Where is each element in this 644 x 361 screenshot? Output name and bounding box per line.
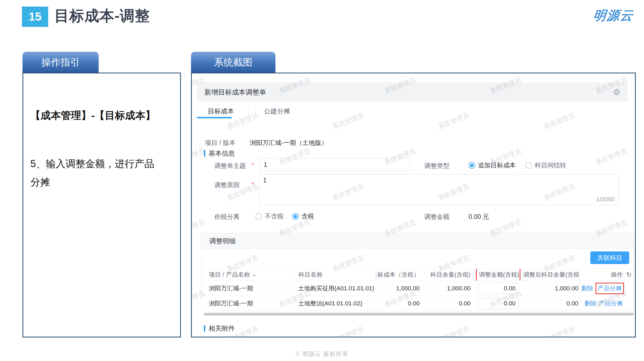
- amount-label: 调整金额: [424, 213, 449, 221]
- subject-label: 调整单主题: [214, 162, 246, 170]
- step-text: 5、输入调整金额，进行产品分摊: [30, 155, 156, 191]
- slide-number: 15: [22, 7, 48, 27]
- footer-copyright: © 明源云 版权所有: [0, 350, 644, 358]
- brand-logo: 明源云: [592, 7, 635, 24]
- delete-link[interactable]: 删除: [581, 284, 593, 293]
- menu-path-text: 【成本管理】-【目标成本】: [30, 108, 156, 123]
- page-title: 目标成本-调整: [54, 6, 150, 26]
- watermark-text: 系统管理员: [542, 325, 576, 337]
- screenshot-panel-tab: 系统截图: [191, 52, 275, 73]
- refresh-icon[interactable]: ↻: [626, 271, 632, 279]
- adjust-detail-section: 调整明细 关联科目 项目 / 产品名称▲ 科目名称 目标成本（含税） 科目余量(…: [201, 233, 634, 311]
- adjust-amount-input[interactable]: [478, 283, 518, 294]
- window-title: 新增目标成本调整单: [204, 88, 266, 97]
- radio-tax-excluded[interactable]: [255, 213, 262, 220]
- watermark-text: 系统管理员: [331, 325, 365, 337]
- guide-panel: 【成本管理】-【目标成本】 5、输入调整金额，进行产品分摊: [22, 73, 181, 337]
- horizontal-scrollbar[interactable]: [204, 313, 634, 316]
- subject-input[interactable]: [260, 158, 410, 171]
- reason-textarea-wrap: 1 1/2000: [259, 174, 619, 205]
- adjust-detail-title: 调整明细: [201, 233, 634, 249]
- tax-radio-group: 不含税 含税: [255, 212, 314, 220]
- tab-target-cost[interactable]: 目标成本: [208, 107, 234, 116]
- amount-value: 0.00 元: [469, 213, 489, 221]
- red-highlight-product-share: 产品分摊: [595, 283, 624, 294]
- section-basic-info: 基本信息: [204, 149, 235, 158]
- project-version-value: 浏阳万汇城-一期（土地版）: [250, 139, 328, 146]
- section-accent-bar: [204, 150, 205, 157]
- section-attachments: 相关附件: [204, 324, 235, 333]
- adjust-type-label: 调整类型: [424, 162, 449, 170]
- product-share-link[interactable]: 产品分摊: [598, 285, 622, 292]
- table-header-row: 项目 / 产品名称▲ 科目名称 目标成本（含税） 科目余量(含税) * 调整金额…: [201, 269, 634, 281]
- char-counter: 1/2000: [596, 196, 615, 203]
- project-version-row: 项目 / 版本 浏阳万汇城-一期（土地版）: [205, 139, 327, 147]
- project-version-label: 项目 / 版本: [205, 139, 235, 146]
- product-share-link[interactable]: 产品分摊: [599, 299, 623, 308]
- radio-tax-included[interactable]: [292, 213, 299, 220]
- subject-required-asterisk: *: [252, 162, 254, 169]
- section-accent-bar: [204, 325, 205, 332]
- window-tabbar: 目标成本 公建分摊: [197, 106, 628, 118]
- tax-label: 价税分离: [214, 213, 240, 221]
- radio-append-target-cost[interactable]: [469, 162, 475, 169]
- link-subjects-button[interactable]: 关联科目: [590, 251, 629, 264]
- adjust-amount-input[interactable]: [478, 298, 518, 309]
- guide-panel-tab: 操作指引: [22, 52, 99, 73]
- table-row: 浏阳万汇城-一期 土地整治(A01.01.01.02) 0.00 0.00 0.…: [201, 296, 634, 311]
- active-tab-underline: [197, 117, 232, 118]
- tab-public-share[interactable]: 公建分摊: [264, 107, 290, 116]
- tab-divider: [248, 107, 249, 114]
- window-titlebar: 新增目标成本调整单 ⚙: [197, 82, 628, 102]
- sort-asc-icon[interactable]: ▲: [252, 273, 256, 277]
- screenshot-panel: 系统管理员系统管理员系统管理员系统管理员系统管理员系统管理员系统管理员系统管理员…: [191, 73, 636, 337]
- reason-required-asterisk: *: [252, 181, 254, 188]
- delete-link[interactable]: 删除: [585, 299, 597, 308]
- watermark-text: 系统管理员: [437, 325, 470, 337]
- radio-subject-transfer[interactable]: [525, 162, 532, 169]
- reason-textarea[interactable]: 1: [259, 174, 619, 197]
- adjust-type-radio-group: 追加目标成本 科目间结转: [469, 161, 566, 170]
- table-row: 浏阳万汇城-一期 土地购买征用(A01.01.01.01) 1,000.00 1…: [201, 281, 634, 296]
- watermark-text: 系统管理员: [594, 147, 628, 167]
- reason-label: 调整原因: [214, 181, 240, 189]
- adjust-amount-header: * 调整金额(含税): [475, 269, 521, 280]
- slide: 15 目标成本-调整 明源云 操作指引 【成本管理】-【目标成本】 5、输入调整…: [0, 0, 644, 361]
- red-highlight-adjust-column: [476, 269, 520, 280]
- gear-icon[interactable]: ⚙: [613, 82, 620, 102]
